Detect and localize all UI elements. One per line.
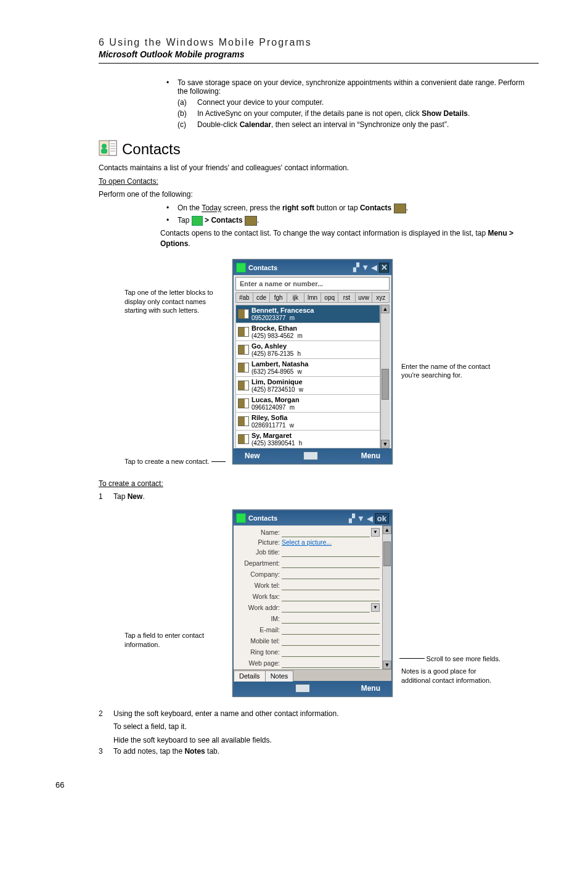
letter-block-#ab[interactable]: #ab [235,292,253,303]
contact-row[interactable]: Brocke, Ethan(425) 983-4562m [235,323,380,340]
contacts-desc: Contacts maintains a list of your friend… [99,163,526,173]
field-label: Work fax: [236,593,282,600]
text-input[interactable] [282,636,380,646]
text-input[interactable] [282,647,380,657]
step-c-label: (c) [178,120,197,129]
step-number-3: 3 [99,747,113,756]
scroll-down-icon[interactable]: ▼ [381,440,390,448]
letter-block-ijk[interactable]: ijk [287,292,304,303]
scrollbar[interactable]: ▲ ▼ [380,305,390,448]
field-label: Work tel: [236,582,282,589]
contact-card-icon [238,363,249,373]
select-picture-link[interactable]: Select a picture... [282,538,332,546]
contact-card-icon [238,309,249,319]
tab-notes[interactable]: Notes [265,670,294,682]
contact-card-icon [238,416,249,426]
letter-block-xyz[interactable]: xyz [372,292,390,303]
start-icon[interactable] [236,513,246,523]
search-input[interactable]: Enter a name or number... [235,277,390,291]
letter-block-rst[interactable]: rst [338,292,355,303]
contact-card-icon [238,398,249,408]
form-row: Picture:Select a picture... [236,538,380,546]
antenna-icon: ▼ [361,263,369,272]
text-input[interactable] [282,614,380,624]
keyboard-icon[interactable] [295,684,310,693]
text-input[interactable] [282,625,380,635]
svg-rect-7 [101,149,107,154]
chapter-title: 6 Using the Windows Mobile Programs [99,37,539,48]
scroll-down-icon[interactable]: ▼ [383,661,391,669]
field-label: E-mail: [236,626,282,633]
contact-row[interactable]: Lucas, Morgan0966124097m [235,394,380,412]
step-1-text: Tap New. [113,492,145,501]
text-input[interactable] [282,569,380,579]
field-label: Ring tone: [236,648,282,656]
text-input[interactable] [282,591,380,601]
contact-row[interactable]: Bennett, Francesca0952023377m [235,305,380,323]
contacts-heading: Contacts [122,141,181,158]
form-row: Job title: [236,547,380,557]
svg-rect-1 [109,141,116,155]
scroll-up-icon[interactable]: ▲ [381,305,390,313]
start-icon [192,216,203,226]
close-icon[interactable]: ✕ [379,263,389,273]
start-icon[interactable] [236,263,246,273]
text-input[interactable] [282,527,370,537]
form-row: Name:▼ [236,527,380,537]
open-contacts-sub: Perform one of the following: [99,190,526,199]
contact-row[interactable]: Riley, Sofia0286911771w [235,412,380,430]
field-label: Company: [236,571,282,578]
dropdown-icon[interactable]: ▼ [371,528,380,537]
field-label: Work addr: [236,604,282,611]
field-label: Picture: [236,538,282,546]
softkey-menu[interactable]: Menu [361,684,380,693]
form-row: E-mail: [236,625,380,635]
callout-notes-tab: Notes is a good place for additional con… [401,667,500,685]
keyboard-icon[interactable] [303,451,318,460]
softkey-menu[interactable]: Menu [361,451,380,460]
letter-block-lmn[interactable]: lmn [304,292,321,303]
form-row: Web page: [236,658,380,668]
contact-card-icon [238,327,249,337]
text-input[interactable] [282,658,380,668]
field-label: Department: [236,559,282,567]
field-label: Name: [236,529,282,536]
contact-row[interactable]: Go, Ashley(425) 876-2135h [235,340,380,358]
callout-letter-blocks: Tap one of the letter blocks to display … [125,288,224,316]
scroll-thumb[interactable] [383,542,391,566]
tab-details[interactable]: Details [234,670,266,682]
step-a-label: (a) [178,98,197,107]
scroll-thumb[interactable] [382,369,389,400]
callout-scroll-more: Scroll to see more fields. [427,654,500,664]
contact-row[interactable]: Sy, Margaret(425) 33890541h [235,430,380,448]
create-contact-heading: To create a contact: [99,479,526,488]
callout-new-contact: Tap to create a new contact. [125,457,210,466]
scroll-up-icon[interactable]: ▲ [383,525,391,534]
letter-block-opq[interactable]: opq [321,292,338,303]
step-c-text: Double-click Calendar, then select an in… [197,120,449,129]
open-option-start: Tap > Contacts . Contacts opens to the c… [160,216,526,248]
open-option-today: On the Today screen, press the right sof… [160,204,526,213]
form-row: Work tel: [236,580,380,590]
contacts-icon [245,216,257,226]
dropdown-icon[interactable]: ▼ [371,603,380,612]
contact-card-icon [238,345,249,355]
step-number-2: 2 [99,709,113,744]
contact-row[interactable]: Lambert, Natasha(632) 254-8965w [235,358,380,376]
letter-block-cde[interactable]: cde [253,292,270,303]
ok-button[interactable]: ok [375,513,389,524]
text-input[interactable] [282,547,380,557]
text-input[interactable] [282,558,380,568]
step-2c-text: Hide the soft keyboard to see all availa… [113,736,339,744]
contact-card-icon [238,434,249,444]
letter-block-fgh[interactable]: fgh [269,292,287,303]
step-3-text: To add notes, tap the Notes tab. [113,747,219,756]
letter-block-uvw[interactable]: uvw [355,292,372,303]
softkey-new[interactable]: New [245,451,260,460]
callout-search-name: Enter the name of the contact you're sea… [401,362,500,381]
scrollbar[interactable]: ▲ ▼ [382,525,391,669]
text-input[interactable] [282,603,370,612]
text-input[interactable] [282,580,380,590]
antenna-icon: ▼ [357,514,365,523]
contact-row[interactable]: Lim, Dominique(425) 87234510w [235,376,380,394]
